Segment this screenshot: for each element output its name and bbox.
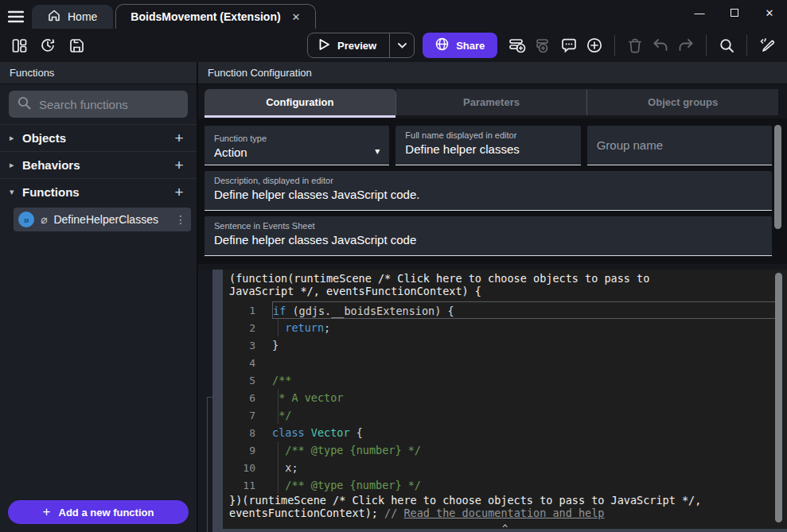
functions-section-label: Functions: [22, 185, 171, 199]
events-gutter: [198, 270, 212, 532]
code-footer-line: })(runtimeScene /* Click here to choose …: [229, 495, 781, 507]
save-icon[interactable]: [65, 34, 88, 56]
tab-parameters[interactable]: Parameters: [396, 89, 588, 115]
code-line[interactable]: 6 * A vector: [223, 389, 787, 406]
search-functions-input[interactable]: [39, 98, 179, 111]
code-scrollbar[interactable]: [775, 273, 782, 522]
indent-guide: [278, 406, 279, 424]
code-header[interactable]: (function(runtimeScene /* Click here to …: [223, 273, 787, 297]
code-line[interactable]: 11 /** @type {number} */: [223, 476, 787, 494]
delete-icon[interactable]: [624, 34, 646, 56]
sidebar-item-objects[interactable]: ▸ Objects +: [0, 124, 197, 151]
search-wrap: [0, 84, 197, 124]
tab-close-icon[interactable]: ✕: [292, 11, 301, 23]
toolbar-divider: [706, 35, 707, 56]
add-subevent-icon[interactable]: [532, 34, 555, 56]
line-number: 7: [223, 410, 272, 421]
full-name-value: Define helper classes: [405, 142, 571, 156]
add-function-button[interactable]: +: [171, 184, 187, 201]
sidebar-item-behaviors[interactable]: ▸ Behaviors +: [0, 151, 197, 178]
code-line[interactable]: 8class Vector {: [223, 424, 787, 441]
code-footer[interactable]: })(runtimeScene /* Click here to choose …: [223, 495, 787, 519]
configuration-form: Function type Action ▾ Full name display…: [198, 118, 787, 264]
preview-split-button: Preview: [307, 33, 415, 58]
code-token: }: [272, 339, 279, 351]
code-line[interactable]: 9 /** @type {number} */: [223, 441, 787, 459]
line-number: 8: [223, 427, 272, 439]
line-number: 2: [223, 322, 272, 334]
open-project-manager-icon[interactable]: [8, 34, 30, 56]
add-new-function-button[interactable]: + Add a new function: [8, 500, 189, 524]
code-token: //: [384, 507, 403, 519]
documentation-link[interactable]: Read the documentation and help: [403, 507, 604, 519]
globe-icon: [435, 37, 449, 53]
tab-object-groups[interactable]: Object groups: [587, 89, 778, 115]
maximize-icon: [731, 9, 738, 17]
form-row-1: Function type Action ▾ Full name display…: [205, 126, 772, 165]
code-line[interactable]: 1if (gdjs.__boidsExtension) {: [223, 301, 787, 319]
description-label: Description, displayed in editor: [214, 176, 762, 185]
preview-button[interactable]: Preview: [308, 38, 389, 53]
kebab-menu-icon[interactable]: ⋮: [175, 213, 186, 226]
description-field[interactable]: Description, displayed in editor Define …: [205, 171, 772, 211]
tab-home-label: Home: [68, 10, 97, 23]
redo-icon[interactable]: [675, 34, 697, 56]
history-icon[interactable]: [37, 34, 59, 56]
sentence-label: Sentence in Events Sheet: [214, 221, 762, 231]
maximize-button[interactable]: [717, 0, 752, 25]
line-number: 9: [223, 445, 272, 456]
hamburger-menu-icon[interactable]: [0, 5, 32, 29]
tab-configuration[interactable]: Configuration: [205, 89, 396, 115]
edit-pen-icon[interactable]: [756, 34, 778, 56]
tab-home[interactable]: Home: [32, 5, 113, 29]
chevron-right-icon: ▸: [10, 133, 22, 143]
sentence-field[interactable]: Sentence in Events Sheet Define helper c…: [205, 216, 772, 256]
event-drag-handle[interactable]: [212, 270, 223, 532]
function-item-definehelperclasses[interactable]: » ⌀ DefineHelperClasses ⋮: [14, 208, 191, 231]
code-line[interactable]: 3}: [223, 336, 787, 354]
function-item-label: DefineHelperClasses: [53, 213, 169, 226]
code-line[interactable]: 5/**: [223, 371, 787, 389]
code-token: /** @type {number} */: [272, 479, 421, 491]
app-window: Home BoidsMovement (Extension) ✕ — ✕: [0, 0, 787, 532]
minimize-button[interactable]: —: [682, 0, 717, 25]
code-token: return: [285, 321, 324, 334]
titlebar: Home BoidsMovement (Extension) ✕ — ✕: [0, 0, 787, 29]
group-name-field[interactable]: Group name: [587, 126, 772, 165]
collapse-caret[interactable]: ^: [223, 524, 787, 532]
form-scrollbar[interactable]: [774, 125, 781, 229]
toolbar-right-group: [507, 29, 778, 62]
functions-sidebar: Functions ▸ Objects + ▸ Behaviors +: [0, 62, 197, 532]
add-circle-icon[interactable]: [583, 34, 606, 56]
code-header-line: (function(runtimeScene /* Click here to …: [229, 273, 781, 285]
undo-icon[interactable]: [649, 34, 672, 56]
full-name-field[interactable]: Full name displayed in editor Define hel…: [395, 126, 580, 165]
code-line[interactable]: 10 x;: [223, 459, 787, 476]
line-number: 6: [223, 392, 272, 404]
code-editor-lines[interactable]: 1if (gdjs.__boidsExtension) {2 return;3}…: [223, 301, 787, 494]
code-line[interactable]: 7 */: [223, 406, 787, 424]
code-token: })(runtimeScene /* Click here to choose …: [229, 494, 701, 507]
function-type-select[interactable]: Function type Action ▾: [205, 126, 389, 165]
search-icon[interactable]: [715, 34, 738, 56]
code-line-content: [272, 354, 776, 371]
sidebar-item-functions[interactable]: ▾ Functions +: [0, 178, 197, 205]
share-button[interactable]: Share: [423, 33, 497, 58]
preview-options-button[interactable]: [390, 43, 414, 49]
search-functions-box[interactable]: [9, 91, 188, 118]
js-code-event[interactable]: (function(runtimeScene /* Click here to …: [223, 270, 787, 532]
add-behavior-button[interactable]: +: [171, 157, 187, 174]
code-line-content: class Vector {: [272, 424, 776, 441]
full-name-label: Full name displayed in editor: [405, 130, 571, 140]
objects-section-label: Objects: [22, 131, 171, 145]
function-type-value: Action: [214, 146, 267, 159]
code-line[interactable]: 4: [223, 354, 787, 371]
line-number: 3: [223, 340, 272, 351]
add-comment-icon[interactable]: [558, 34, 580, 56]
close-button[interactable]: ✕: [752, 0, 787, 25]
add-object-button[interactable]: +: [171, 130, 187, 147]
code-line[interactable]: 2 return;: [223, 319, 787, 336]
dropdown-caret-icon: ▾: [375, 146, 380, 159]
add-event-icon[interactable]: [507, 34, 529, 56]
tab-boidsmovement[interactable]: BoidsMovement (Extension) ✕: [115, 4, 315, 29]
